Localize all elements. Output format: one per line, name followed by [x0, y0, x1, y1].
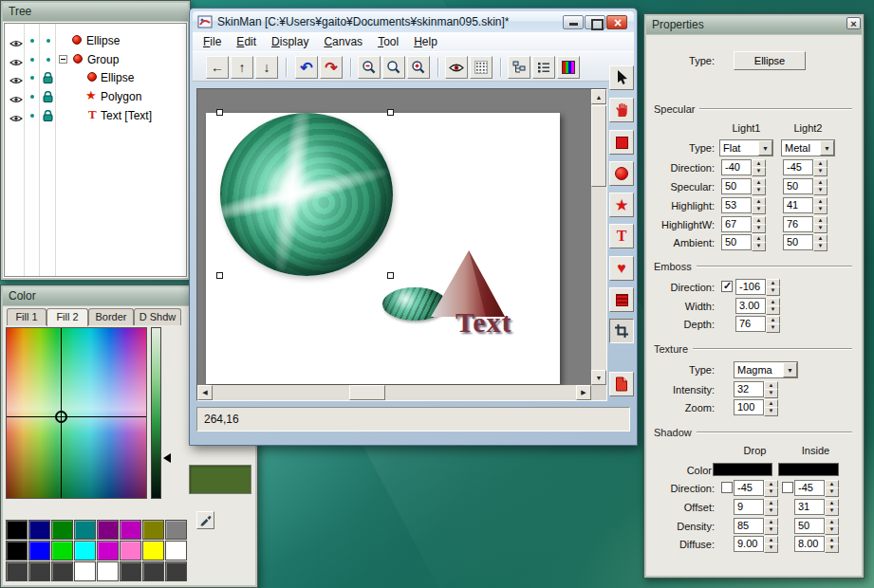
- drop-shadow-color-swatch[interactable]: [713, 463, 772, 476]
- zoom-out-button[interactable]: [358, 56, 381, 79]
- undo-button[interactable]: [295, 56, 318, 79]
- specular-ambient-light2-spin[interactable]: 50: [783, 234, 826, 250]
- selection-handle[interactable]: [387, 272, 394, 279]
- inside-offset-spin[interactable]: 31: [794, 499, 837, 515]
- palette-swatch[interactable]: [142, 520, 164, 540]
- hand-tool-button[interactable]: [609, 98, 634, 122]
- visibility-eye-icon[interactable]: [9, 35, 23, 45]
- palette-swatch[interactable]: [74, 520, 96, 540]
- texture-intensity-spin[interactable]: 32: [734, 381, 776, 397]
- state-dot[interactable]: [30, 76, 34, 80]
- specular-specular-light2-spin[interactable]: 50: [783, 178, 826, 194]
- dropdown-arrow[interactable]: [820, 140, 834, 156]
- state-dot[interactable]: [46, 58, 50, 62]
- palette-swatch[interactable]: [28, 541, 50, 560]
- spinner-buttons[interactable]: [813, 159, 826, 175]
- crosshair-ring[interactable]: [55, 411, 67, 423]
- dropdown-arrow[interactable]: [758, 140, 772, 156]
- drop-offset-spin[interactable]: 9: [734, 499, 776, 515]
- spinner-buttons[interactable]: [752, 197, 764, 213]
- emboss-width-spin[interactable]: 3.00: [735, 298, 778, 314]
- menu-file[interactable]: File: [195, 33, 229, 50]
- zoom-reset-button[interactable]: [382, 56, 405, 79]
- scroll-down-button[interactable]: [591, 370, 606, 385]
- state-dot[interactable]: [30, 95, 34, 99]
- spinner-buttons[interactable]: [813, 197, 826, 213]
- palette-swatch[interactable]: [165, 561, 187, 581]
- pointer-tool-button[interactable]: [609, 65, 634, 90]
- specular-direction-light1-spin[interactable]: -40: [721, 159, 764, 175]
- tab-fill2[interactable]: Fill 2: [46, 308, 88, 326]
- lock-icon[interactable]: [43, 71, 53, 88]
- specular-highlightw-light2-spin[interactable]: 76: [783, 216, 826, 232]
- move-down-button[interactable]: [255, 56, 278, 79]
- spinner-buttons[interactable]: [752, 234, 764, 250]
- visibility-eye-icon[interactable]: [9, 54, 23, 64]
- spinner-buttons[interactable]: [766, 298, 778, 314]
- specular-ambient-light1-spin[interactable]: 50: [721, 234, 764, 250]
- new-page-tool-button[interactable]: [609, 372, 634, 396]
- close-button[interactable]: [606, 15, 627, 29]
- spinner-buttons[interactable]: [752, 216, 764, 232]
- rectangle-tool-button[interactable]: [609, 130, 634, 155]
- canvas-area[interactable]: Text: [196, 88, 607, 401]
- state-dot[interactable]: [30, 58, 34, 62]
- palette-swatch[interactable]: [97, 541, 119, 560]
- tab-dshdw[interactable]: D Shdw: [134, 308, 181, 325]
- drop-diffuse-spin[interactable]: 9.00: [734, 536, 776, 552]
- properties-close-button[interactable]: [846, 17, 861, 29]
- scroll-left-button[interactable]: [197, 385, 213, 400]
- value-gradient-bar[interactable]: [151, 327, 161, 499]
- inside-shadow-color-swatch[interactable]: [778, 463, 839, 476]
- spinner-buttons[interactable]: [766, 279, 778, 295]
- spinner-buttons[interactable]: [764, 399, 776, 415]
- tree-row[interactable]: Ellipse: [5, 68, 186, 86]
- spinner-buttons[interactable]: [752, 159, 764, 175]
- tree-window-titlebar[interactable]: Tree: [3, 3, 188, 21]
- palette-swatch[interactable]: [165, 520, 187, 540]
- menu-help[interactable]: Help: [406, 33, 445, 50]
- properties-window-titlebar[interactable]: Properties: [646, 16, 862, 34]
- scroll-right-button[interactable]: [576, 385, 591, 400]
- spinner-buttons[interactable]: [825, 536, 837, 552]
- tree-panel-button[interactable]: [508, 56, 530, 79]
- palette-swatch[interactable]: [97, 561, 119, 581]
- selection-handle[interactable]: [216, 109, 223, 116]
- state-dot[interactable]: [46, 39, 50, 43]
- vertical-scroll-thumb[interactable]: [591, 105, 606, 187]
- menu-edit[interactable]: Edit: [229, 33, 264, 50]
- spinner-buttons[interactable]: [825, 480, 837, 496]
- horizontal-scroll-thumb[interactable]: [349, 385, 385, 400]
- redo-button[interactable]: [320, 56, 343, 79]
- maximize-button[interactable]: [585, 15, 605, 29]
- spinner-buttons[interactable]: [764, 518, 776, 534]
- minimize-button[interactable]: [563, 15, 584, 29]
- grid-toggle-button[interactable]: [470, 56, 493, 79]
- palette-swatch[interactable]: [28, 520, 50, 540]
- visibility-eye-icon[interactable]: [9, 72, 23, 82]
- move-up-button[interactable]: [231, 56, 253, 79]
- visibility-eye-icon[interactable]: [9, 110, 23, 119]
- palette-swatch[interactable]: [120, 541, 141, 560]
- palette-swatch[interactable]: [51, 541, 73, 560]
- specular-highlightw-light1-spin[interactable]: 67: [721, 216, 764, 232]
- spinner-buttons[interactable]: [764, 499, 776, 515]
- color-panel-button[interactable]: [557, 56, 580, 79]
- spinner-buttons[interactable]: [764, 480, 776, 496]
- zoom-in-button[interactable]: [407, 56, 430, 79]
- texture-tool-button[interactable]: [609, 287, 634, 312]
- palette-swatch[interactable]: [6, 520, 28, 540]
- polygon-tool-button[interactable]: [609, 193, 634, 217]
- palette-swatch[interactable]: [120, 561, 141, 581]
- specular-direction-light2-spin[interactable]: -45: [783, 159, 826, 175]
- visibility-eye-icon[interactable]: [9, 91, 23, 101]
- tree-row[interactable]: Group: [5, 50, 186, 68]
- tab-border[interactable]: Border: [88, 308, 134, 325]
- palette-swatch[interactable]: [74, 541, 96, 560]
- drop-direction-checkbox[interactable]: [721, 482, 733, 493]
- dropdown-arrow[interactable]: [783, 362, 797, 377]
- tree-row[interactable]: Text [Text]: [5, 106, 186, 124]
- palette-swatch[interactable]: [97, 520, 119, 540]
- selection-handle[interactable]: [216, 272, 223, 279]
- specular-type-light2-combo[interactable]: Metal: [781, 139, 835, 156]
